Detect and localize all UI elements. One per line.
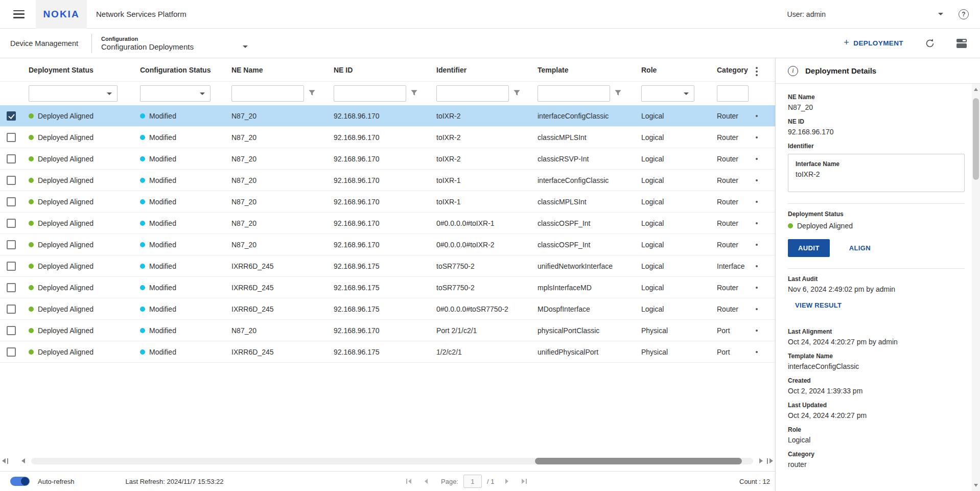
table-row[interactable]: Deployed Aligned Modified IXRR6D_245 92.… xyxy=(0,277,775,298)
first-page-icon[interactable] xyxy=(406,479,411,484)
refresh-icon[interactable] xyxy=(925,38,935,49)
table-row[interactable]: Deployed Aligned Modified IXRR6D_245 92.… xyxy=(0,341,775,363)
col-category[interactable]: Category xyxy=(717,66,756,74)
panel-body: NE Name N87_20 NE ID 92.168.96.170 Ident… xyxy=(776,84,972,491)
filter-template-input[interactable] xyxy=(538,85,610,102)
storage-icon[interactable] xyxy=(956,38,967,49)
filter-role-select[interactable] xyxy=(641,85,694,102)
prev-page-icon[interactable] xyxy=(425,479,428,484)
identifier-value: toIXR-1 xyxy=(436,198,538,206)
col-configuration-status[interactable]: Configuration Status xyxy=(140,66,231,74)
help-icon[interactable]: ? xyxy=(959,9,969,19)
hamburger-menu-icon[interactable] xyxy=(13,10,25,18)
row-checkbox[interactable] xyxy=(7,347,16,357)
row-actions-kebab-icon[interactable] xyxy=(756,136,758,138)
row-actions-kebab-icon[interactable] xyxy=(756,244,758,246)
scroll-up-icon[interactable] xyxy=(974,88,978,91)
row-checkbox[interactable] xyxy=(7,262,16,271)
table-row[interactable]: Deployed Aligned Modified N87_20 92.168.… xyxy=(0,320,775,341)
role-value: Logical xyxy=(641,112,717,120)
nav-device-management[interactable]: Device Management xyxy=(10,39,78,48)
configuration-status-value: Modified xyxy=(149,305,176,313)
row-actions-kebab-icon[interactable] xyxy=(756,158,758,160)
scrollbar-thumb[interactable] xyxy=(535,458,742,464)
scroll-down-icon[interactable] xyxy=(974,484,978,487)
row-actions-kebab-icon[interactable] xyxy=(756,222,758,224)
table-row[interactable]: Deployed Aligned Modified IXRR6D_245 92.… xyxy=(0,298,775,320)
view-picker[interactable]: Configuration Configuration Deployments xyxy=(101,36,248,51)
user-menu-label[interactable]: User: admin xyxy=(787,10,826,18)
status-dot-green xyxy=(29,242,34,247)
picker-chevron-down-icon xyxy=(243,45,248,48)
scroll-left-icon[interactable] xyxy=(19,458,27,463)
align-button[interactable]: ALIGN xyxy=(849,244,871,252)
page-number-input[interactable] xyxy=(463,475,482,488)
panel-scrollbar-thumb[interactable] xyxy=(973,98,979,180)
audit-button[interactable]: AUDIT xyxy=(788,239,830,257)
created-label: Created xyxy=(788,377,965,384)
col-ne-name[interactable]: NE Name xyxy=(231,66,334,74)
status-dot-cyan xyxy=(140,349,145,355)
top-header: NOKIA Network Services Platform User: ad… xyxy=(0,0,980,29)
auto-refresh-toggle[interactable] xyxy=(10,477,30,486)
row-checkbox[interactable] xyxy=(7,176,16,185)
col-identifier[interactable]: Identifier xyxy=(436,66,538,74)
filter-ne-name-input[interactable] xyxy=(231,85,304,102)
column-settings-kebab-icon[interactable] xyxy=(756,71,758,73)
filter-funnel-icon[interactable] xyxy=(410,89,418,99)
row-actions-kebab-icon[interactable] xyxy=(756,201,758,203)
next-page-icon[interactable] xyxy=(505,479,508,484)
filter-ne-id-input[interactable] xyxy=(334,85,406,102)
ne-id-value: 92.168.96.170 xyxy=(334,176,436,184)
filter-configuration-status-select[interactable] xyxy=(140,85,211,102)
filter-category-input[interactable] xyxy=(717,85,749,102)
row-actions-kebab-icon[interactable] xyxy=(756,179,758,181)
row-checkbox[interactable] xyxy=(7,240,16,249)
last-page-icon[interactable] xyxy=(522,479,527,484)
row-checkbox[interactable] xyxy=(7,326,16,335)
filter-funnel-icon[interactable] xyxy=(308,89,316,99)
view-result-link[interactable]: VIEW RESULT xyxy=(795,301,965,309)
scroll-far-right-icon[interactable] xyxy=(765,458,775,464)
col-role[interactable]: Role xyxy=(641,66,717,74)
status-dot-green xyxy=(29,285,34,290)
col-ne-id[interactable]: NE ID xyxy=(334,66,436,74)
row-actions-kebab-icon[interactable] xyxy=(756,287,758,289)
row-actions-kebab-icon[interactable] xyxy=(756,308,758,310)
row-actions-kebab-icon[interactable] xyxy=(756,330,758,332)
row-actions-kebab-icon[interactable] xyxy=(756,351,758,353)
filter-funnel-icon[interactable] xyxy=(614,89,622,99)
configuration-status-value: Modified xyxy=(149,326,176,335)
row-checkbox[interactable] xyxy=(7,197,16,206)
row-checkbox[interactable] xyxy=(7,111,16,121)
table-row[interactable]: Deployed Aligned Modified N87_20 92.168.… xyxy=(0,170,775,191)
table-row[interactable]: Deployed Aligned Modified N87_20 92.168.… xyxy=(0,234,775,255)
scroll-far-left-icon[interactable] xyxy=(0,458,10,464)
user-chevron-down-icon[interactable] xyxy=(938,13,943,15)
filter-funnel-icon[interactable] xyxy=(513,89,521,99)
table-row[interactable]: Deployed Aligned Modified N87_20 92.168.… xyxy=(0,105,775,127)
template-value: classicOSPF_Int xyxy=(538,219,641,227)
add-deployment-button[interactable]: + DEPLOYMENT xyxy=(844,38,903,48)
scroll-right-icon[interactable] xyxy=(757,458,765,463)
filter-deployment-status-select[interactable] xyxy=(29,85,118,102)
scrollbar-track[interactable] xyxy=(31,458,753,464)
row-checkbox[interactable] xyxy=(7,133,16,142)
table-row[interactable]: Deployed Aligned Modified N87_20 92.168.… xyxy=(0,213,775,234)
table-row[interactable]: Deployed Aligned Modified N87_20 92.168.… xyxy=(0,148,775,170)
row-checkbox[interactable] xyxy=(7,219,16,228)
row-checkbox[interactable] xyxy=(7,283,16,292)
created-value: Oct 2, 2024 1:39:33 pm xyxy=(788,387,965,395)
table-row[interactable]: Deployed Aligned Modified N87_20 92.168.… xyxy=(0,191,775,213)
row-actions-kebab-icon[interactable] xyxy=(756,265,758,267)
table-row[interactable]: Deployed Aligned Modified N87_20 92.168.… xyxy=(0,127,775,148)
category-value: Router xyxy=(717,219,756,227)
filter-identifier-input[interactable] xyxy=(436,85,509,102)
row-actions-kebab-icon[interactable] xyxy=(756,115,758,117)
col-deployment-status[interactable]: Deployment Status xyxy=(29,66,140,74)
table-row[interactable]: Deployed Aligned Modified IXRR6D_245 92.… xyxy=(0,255,775,277)
col-template[interactable]: Template xyxy=(538,66,641,74)
row-checkbox[interactable] xyxy=(7,154,16,163)
panel-vertical-scrollbar[interactable] xyxy=(972,84,980,491)
row-checkbox[interactable] xyxy=(7,305,16,314)
